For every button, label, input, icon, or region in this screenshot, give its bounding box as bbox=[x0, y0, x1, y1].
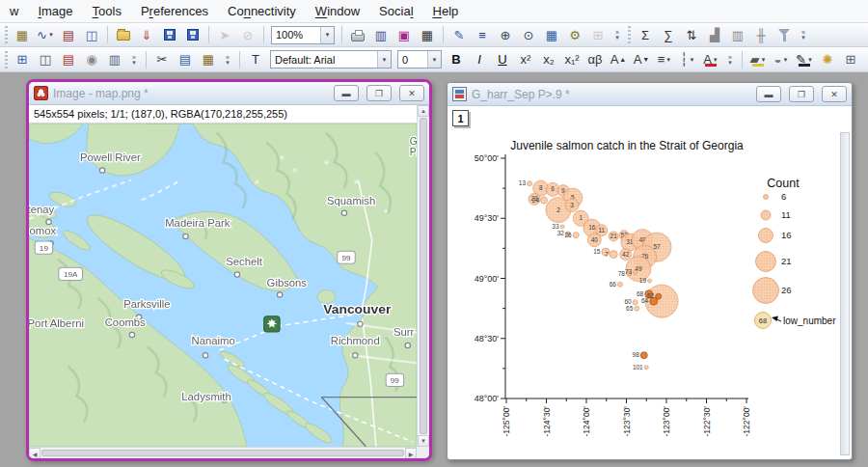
highlight-button[interactable]: ✺ bbox=[817, 49, 838, 69]
menu-item-tools[interactable]: Tools bbox=[83, 1, 131, 21]
italic-button[interactable]: I bbox=[469, 49, 490, 69]
zoom-combobox[interactable]: 100%▼ bbox=[271, 26, 335, 44]
close-button[interactable]: ✕ bbox=[822, 86, 847, 102]
scroll-left-button[interactable]: ◀ bbox=[29, 448, 41, 459]
toolbar-overflow-button[interactable]: »▾ bbox=[128, 49, 140, 69]
duplicate-book-button[interactable]: ◫ bbox=[35, 49, 56, 69]
align-button[interactable]: ≡▼ bbox=[654, 49, 675, 69]
add-column-button[interactable]: ⊞ bbox=[587, 25, 609, 45]
font-name-combobox[interactable]: Default: Arial▼ bbox=[270, 50, 392, 69]
decrease-font-button[interactable]: A▼ bbox=[631, 49, 652, 69]
palette-button[interactable]: ◒▼ bbox=[771, 49, 792, 69]
toolbar-overflow-button[interactable]: »▾ bbox=[724, 49, 736, 69]
new-graph-button[interactable]: ∿▼ bbox=[35, 25, 56, 45]
zoom-in-button[interactable]: ⊕ bbox=[495, 25, 516, 45]
new-layout-button[interactable]: ◫ bbox=[81, 25, 102, 45]
copy-pages-button[interactable]: ▥ bbox=[104, 49, 125, 69]
toolbar-overflow-button[interactable]: »▾ bbox=[611, 25, 623, 45]
map-horizontal-scrollbar[interactable]: ◀ ▶ bbox=[29, 447, 417, 458]
menu-item-preferences[interactable]: Preferences bbox=[131, 1, 218, 21]
open-button[interactable] bbox=[113, 25, 134, 45]
column-plot-button[interactable]: ▟ bbox=[704, 25, 725, 45]
vertical-text-button[interactable]: ┆▼ bbox=[677, 49, 698, 69]
web-connect-button[interactable]: ◉ bbox=[81, 49, 102, 69]
print-preview-button[interactable]: ▥ bbox=[370, 25, 392, 45]
menu-item-connectivity[interactable]: Connectivity bbox=[218, 1, 306, 21]
save-template-button[interactable] bbox=[182, 25, 203, 45]
font-style-button[interactable]: T bbox=[245, 49, 266, 69]
run-script-button[interactable]: ➤ bbox=[214, 25, 235, 45]
menu-item-social[interactable]: Social bbox=[369, 1, 422, 21]
bold-button[interactable]: B bbox=[446, 49, 467, 69]
stop-script-button[interactable]: ⊘ bbox=[237, 25, 258, 45]
minimize-button[interactable]: ▬ bbox=[756, 86, 781, 102]
new-image-button[interactable]: ▤ bbox=[58, 25, 79, 45]
subscript-button[interactable]: x₂ bbox=[538, 49, 559, 69]
toolbar-overflow-button[interactable]: »▾ bbox=[798, 25, 809, 45]
scroll-up-button[interactable]: ▲ bbox=[418, 105, 429, 117]
worksheet-view-button[interactable]: ▦ bbox=[541, 25, 562, 45]
fill-color-button[interactable]: ▰▼ bbox=[747, 49, 769, 69]
cut-button[interactable]: ✂ bbox=[151, 49, 173, 69]
line-color-button[interactable]: ✎▼ bbox=[794, 49, 815, 69]
save-button[interactable] bbox=[159, 25, 180, 45]
map-vertical-scrollbar[interactable]: ▲ ▼ bbox=[417, 105, 429, 447]
toolbar-grip[interactable] bbox=[5, 26, 8, 43]
toolbar-grip[interactable] bbox=[628, 26, 631, 43]
restore-button[interactable]: ❐ bbox=[789, 86, 814, 102]
vertical-scroll-thumb[interactable] bbox=[420, 118, 427, 434]
map-canvas[interactable]: Powell RivertenayomoxMadeira ParkSquamis… bbox=[29, 124, 417, 447]
menu-item-help[interactable]: Help bbox=[423, 1, 469, 21]
close-button[interactable]: ✕ bbox=[399, 85, 424, 101]
minimize-button[interactable]: ▬ bbox=[334, 85, 359, 101]
sort-button[interactable]: ⇅ bbox=[681, 25, 702, 45]
import-wizard-button[interactable]: ⇓ bbox=[136, 25, 157, 45]
layer-1-tab[interactable]: 1 bbox=[452, 110, 469, 126]
restore-button[interactable]: ❐ bbox=[366, 85, 392, 101]
greek-button[interactable]: αβ bbox=[584, 49, 606, 69]
screen-reader-button[interactable]: ▣ bbox=[393, 25, 415, 45]
underline-button[interactable]: U bbox=[492, 49, 513, 69]
park-marker-icon[interactable] bbox=[264, 316, 280, 332]
toolbar-overflow-button[interactable]: »▾ bbox=[222, 49, 233, 69]
font-name-combobox-dropdown-arrow[interactable]: ▼ bbox=[377, 51, 391, 68]
increase-font-button[interactable]: A▲ bbox=[608, 49, 629, 69]
sum-column-button[interactable]: Σ bbox=[635, 25, 656, 45]
font-size-combobox-dropdown-arrow[interactable]: ▼ bbox=[427, 51, 441, 68]
horizontal-scroll-thumb[interactable] bbox=[41, 450, 404, 456]
graph-window-titlebar[interactable]: G_harr_Sep P>.9 * ▬ ❐ ✕ bbox=[448, 83, 852, 106]
print-button[interactable] bbox=[347, 25, 368, 45]
data-filter-button[interactable] bbox=[773, 25, 795, 45]
format-painter-button[interactable]: ✎ bbox=[448, 25, 470, 45]
statistics-button[interactable]: ∑ bbox=[658, 25, 679, 45]
graph-scrollbar[interactable] bbox=[840, 132, 850, 455]
add-sheet-button[interactable]: ▤ bbox=[58, 49, 79, 69]
box-plot-icon: ╫ bbox=[756, 28, 765, 42]
subsuperscript-button[interactable]: x₁² bbox=[561, 49, 583, 69]
menu-item-w[interactable]: w bbox=[0, 1, 28, 21]
video-builder-button[interactable]: ▦ bbox=[417, 25, 438, 45]
layer-contents-button[interactable]: ≡ bbox=[472, 25, 493, 45]
scroll-down-button[interactable]: ▼ bbox=[418, 435, 429, 447]
copy-button[interactable]: ▤ bbox=[175, 49, 196, 69]
image-window-titlebar[interactable]: Image - map.png * ▬ ❐ ✕ bbox=[29, 82, 429, 105]
menu-item-window[interactable]: Window bbox=[306, 1, 369, 21]
menu-item-image[interactable]: Image bbox=[28, 1, 82, 21]
font-color-button[interactable]: A▼ bbox=[700, 49, 721, 69]
graph-page[interactable]: Juvenile salmon catch in the Strait of G… bbox=[448, 106, 852, 459]
borders-button[interactable]: ⊞ bbox=[840, 49, 861, 69]
new-workbook-button[interactable]: ▦ bbox=[12, 25, 33, 45]
append-worksheet-button[interactable]: ⊞ bbox=[12, 49, 33, 69]
superscript-button[interactable]: x² bbox=[515, 49, 536, 69]
scroll-right-button[interactable]: ▶ bbox=[405, 448, 417, 459]
toolbar-grip[interactable] bbox=[5, 51, 8, 69]
font-size-combobox[interactable]: 0▼ bbox=[397, 50, 442, 69]
zoom-combobox-dropdown-arrow[interactable]: ▼ bbox=[320, 27, 334, 43]
paste-button[interactable]: ▦ bbox=[198, 49, 219, 69]
map-label-gibsons: Gibsons bbox=[267, 277, 308, 288]
zoom-pan-button[interactable]: ⊙ bbox=[518, 25, 539, 45]
histogram-plot-button[interactable]: ▥ bbox=[727, 25, 748, 45]
options-gear-button[interactable]: ⚙ bbox=[564, 25, 585, 45]
box-plot-button[interactable]: ╫ bbox=[750, 25, 772, 45]
toolbar-overflow-button[interactable]: »▾ bbox=[864, 49, 868, 69]
